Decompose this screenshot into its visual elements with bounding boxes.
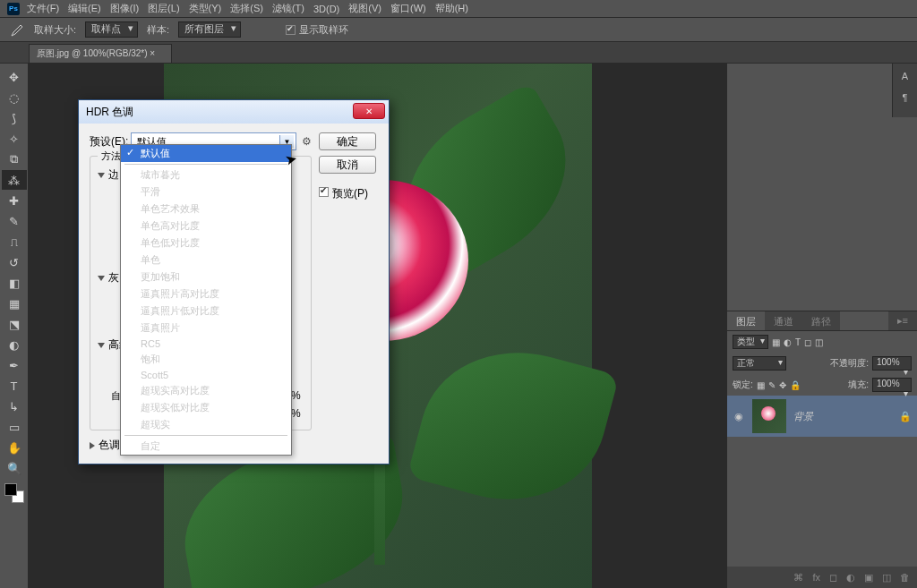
menu-help[interactable]: 帮助(H) bbox=[435, 2, 468, 15]
preset-option[interactable]: 平滑 bbox=[121, 183, 291, 200]
lock-transparent-icon[interactable]: ▦ bbox=[757, 380, 765, 390]
preset-option[interactable]: Scott5 bbox=[121, 368, 291, 382]
preset-option-default[interactable]: 默认值 bbox=[121, 145, 291, 162]
sample-mode-select[interactable]: 所有图层 bbox=[178, 21, 241, 38]
lock-paint-icon[interactable]: ✎ bbox=[768, 380, 776, 390]
sample-mode-label: 样本: bbox=[147, 23, 169, 37]
marquee-tool[interactable]: ◌ bbox=[2, 88, 27, 107]
dialog-title: HDR 色调 bbox=[86, 105, 133, 120]
ok-button[interactable]: 确定 bbox=[319, 132, 376, 150]
hand-tool[interactable]: ✋ bbox=[2, 438, 27, 457]
preset-option[interactable]: 单色艺术效果 bbox=[121, 200, 291, 217]
gradient-tool[interactable]: ▦ bbox=[2, 294, 27, 313]
preset-option[interactable]: 超现实高对比度 bbox=[121, 382, 291, 399]
menu-layer[interactable]: 图层(L) bbox=[148, 2, 179, 15]
character-panel-icon[interactable]: A bbox=[895, 67, 916, 85]
blend-mode[interactable]: 正常 bbox=[733, 356, 786, 371]
filter-kind[interactable]: 类型 bbox=[733, 335, 768, 349]
group-icon[interactable]: ▣ bbox=[864, 572, 873, 584]
dock-strip: A ¶ bbox=[892, 64, 917, 117]
cancel-button[interactable]: 取消 bbox=[319, 156, 376, 174]
preview-checkbox[interactable]: 预览(P) bbox=[319, 186, 381, 201]
color-swatches[interactable] bbox=[4, 483, 24, 503]
pen-tool[interactable]: ✒ bbox=[2, 355, 27, 375]
gear-icon[interactable]: ⚙ bbox=[302, 135, 312, 148]
lasso-tool[interactable]: ⟆ bbox=[2, 108, 27, 128]
menu-window[interactable]: 窗口(W) bbox=[390, 2, 426, 15]
close-button[interactable]: ✕ bbox=[353, 103, 385, 119]
dodge-tool[interactable]: ◐ bbox=[2, 335, 27, 354]
menu-type[interactable]: 类型(Y) bbox=[189, 2, 222, 15]
menu-filter[interactable]: 滤镜(T) bbox=[272, 2, 304, 15]
adjustment-icon[interactable]: ◐ bbox=[846, 572, 855, 584]
eyedropper-icon[interactable] bbox=[7, 21, 25, 38]
menu-file[interactable]: 文件(F) bbox=[27, 2, 59, 15]
layer-row-background[interactable]: ◉ 背景 🔒 bbox=[727, 396, 917, 437]
sample-size-select[interactable]: 取样点 bbox=[85, 21, 138, 38]
tab-channels[interactable]: 通道 bbox=[765, 311, 802, 330]
preset-option[interactable]: 超现实 bbox=[121, 416, 291, 433]
brush-tool[interactable]: ✎ bbox=[2, 211, 27, 231]
layer-name[interactable]: 背景 bbox=[793, 410, 899, 423]
filter-adjust-icon[interactable]: ◐ bbox=[784, 337, 792, 347]
eyedropper-tool[interactable]: ⁂ bbox=[2, 170, 27, 190]
preset-option[interactable]: RC5 bbox=[121, 337, 291, 351]
shape-tool[interactable]: ▭ bbox=[2, 417, 27, 437]
menu-3d[interactable]: 3D(D) bbox=[313, 4, 339, 14]
history-brush-tool[interactable]: ↺ bbox=[2, 252, 27, 272]
blur-tool[interactable]: ⬔ bbox=[2, 314, 27, 334]
zoom-tool[interactable]: 🔍 bbox=[2, 458, 27, 478]
preset-option[interactable]: 逼真照片高对比度 bbox=[121, 285, 291, 303]
preset-option[interactable]: 逼真照片 bbox=[121, 320, 291, 337]
preset-option[interactable]: 饱和 bbox=[121, 351, 291, 368]
filter-shape-icon[interactable]: ◻ bbox=[804, 337, 811, 347]
path-tool[interactable]: ↳ bbox=[2, 396, 27, 416]
document-tab[interactable]: 原图.jpg @ 100%(RGB/32*) × bbox=[29, 44, 172, 63]
new-layer-icon[interactable]: ◫ bbox=[882, 572, 891, 584]
preset-option[interactable]: 单色低对比度 bbox=[121, 234, 291, 251]
wand-tool[interactable]: ✧ bbox=[2, 129, 27, 149]
tab-paths[interactable]: 路径 bbox=[802, 311, 840, 330]
filter-smart-icon[interactable]: ◫ bbox=[815, 337, 823, 347]
filter-pixel-icon[interactable]: ▦ bbox=[772, 337, 780, 347]
crop-tool[interactable]: ⧉ bbox=[2, 149, 27, 169]
panel-menu-icon[interactable]: ▸≡ bbox=[888, 311, 917, 330]
heal-tool[interactable]: ✚ bbox=[2, 191, 27, 210]
fill-label: 填充: bbox=[848, 379, 869, 391]
lock-all-icon[interactable]: 🔒 bbox=[790, 380, 801, 390]
preset-option[interactable]: 单色 bbox=[121, 251, 291, 268]
menu-select[interactable]: 选择(S) bbox=[230, 2, 263, 15]
move-tool[interactable]: ✥ bbox=[2, 67, 27, 87]
lock-move-icon[interactable]: ✥ bbox=[779, 380, 786, 390]
preset-option[interactable]: 单色高对比度 bbox=[121, 217, 291, 234]
menu-image[interactable]: 图像(I) bbox=[110, 2, 139, 15]
preset-option-custom[interactable]: 自定 bbox=[121, 438, 291, 455]
visibility-icon[interactable]: ◉ bbox=[733, 411, 745, 422]
fill-value[interactable]: 100% bbox=[872, 378, 912, 392]
tab-layers[interactable]: 图层 bbox=[727, 311, 765, 330]
type-tool[interactable]: T bbox=[2, 376, 27, 396]
preset-option[interactable]: 更加饱和 bbox=[121, 268, 291, 285]
layer-thumbnail[interactable] bbox=[752, 399, 786, 433]
mask-icon[interactable]: ◻ bbox=[829, 572, 837, 584]
sample-size-label: 取样大小: bbox=[34, 23, 76, 37]
lock-label: 锁定: bbox=[733, 379, 753, 391]
link-icon[interactable]: ⌘ bbox=[793, 572, 803, 584]
lock-icon: 🔒 bbox=[899, 411, 912, 422]
paragraph-panel-icon[interactable]: ¶ bbox=[895, 89, 916, 107]
preset-option[interactable]: 逼真照片低对比度 bbox=[121, 303, 291, 320]
fx-icon[interactable]: fx bbox=[812, 572, 820, 583]
dialog-titlebar[interactable]: HDR 色调 ✕ bbox=[79, 100, 389, 124]
layers-panel: 图层 通道 路径 ▸≡ 类型 ▦ ◐ T ◻ ◫ 正常 不透明度: 100% 锁… bbox=[727, 311, 917, 588]
preset-option[interactable]: 城市暮光 bbox=[121, 166, 291, 183]
menu-view[interactable]: 视图(V) bbox=[348, 2, 381, 15]
preset-option[interactable]: 超现实低对比度 bbox=[121, 399, 291, 416]
filter-type-icon[interactable]: T bbox=[795, 337, 801, 347]
show-ring-checkbox[interactable]: 显示取样环 bbox=[286, 23, 348, 37]
ps-logo: Ps bbox=[7, 3, 20, 15]
eraser-tool[interactable]: ◧ bbox=[2, 273, 27, 293]
opacity-value[interactable]: 100% bbox=[872, 356, 912, 371]
stamp-tool[interactable]: ⎍ bbox=[2, 232, 27, 251]
menu-edit[interactable]: 编辑(E) bbox=[68, 2, 101, 15]
delete-icon[interactable]: 🗑 bbox=[900, 572, 910, 583]
